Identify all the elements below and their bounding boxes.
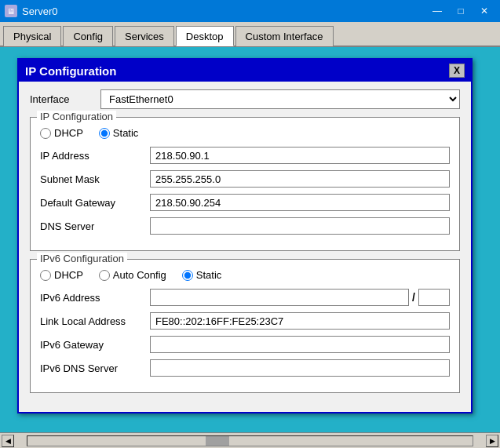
ipv4-radio-group: DHCP Static — [40, 127, 450, 139]
dialog-body: Interface FastEthernet0 IP Configuration… — [19, 82, 471, 412]
window-title: Server0 — [22, 5, 58, 17]
scroll-right-button[interactable]: ▶ — [486, 435, 498, 447]
tab-custom-interface[interactable]: Custom Interface — [235, 26, 334, 46]
dialog-title: IP Configuration — [25, 64, 116, 78]
ipv4-dhcp-label: DHCP — [54, 127, 83, 139]
ipv6-address-row: IPv6 Address / — [40, 289, 450, 306]
ipv6-address-input[interactable] — [150, 289, 409, 306]
ipv4-dhcp-option[interactable]: DHCP — [40, 127, 83, 139]
ip-config-dialog: IP Configuration X Interface FastEtherne… — [17, 58, 473, 413]
ipv6-section-label: IPv6 Configuration — [37, 253, 127, 264]
tab-desktop[interactable]: Desktop — [176, 26, 234, 46]
ipv6-auto-option[interactable]: Auto Config — [99, 269, 166, 281]
ipv4-static-label: Static — [113, 127, 139, 139]
ipv6-dhcp-radio[interactable] — [40, 270, 51, 281]
hscroll-thumb[interactable] — [206, 436, 229, 446]
ipv6-slash: / — [412, 291, 415, 304]
ipv6-gateway-input[interactable] — [150, 336, 450, 353]
title-bar-left: 🖥 Server0 — [5, 5, 58, 17]
ipv6-dns-row: IPv6 DNS Server — [40, 359, 450, 377]
ipv6-dhcp-label: DHCP — [54, 269, 83, 281]
ipv6-dns-input[interactable] — [150, 359, 450, 377]
ip-address-label: IP Address — [40, 150, 142, 162]
subnet-mask-input[interactable] — [150, 170, 450, 188]
window-icon: 🖥 — [5, 5, 17, 17]
ipv6-auto-label: Auto Config — [113, 269, 166, 281]
ipv6-address-label: IPv6 Address — [40, 292, 142, 304]
ipv6-address-field-group: / — [150, 289, 450, 306]
ipv6-static-label: Static — [196, 269, 222, 281]
ipv4-static-radio[interactable] — [99, 128, 110, 139]
tab-services[interactable]: Services — [115, 26, 174, 46]
scroll-left-button[interactable]: ◀ — [2, 435, 14, 447]
ipv4-config-section: IP Configuration DHCP Static IP Address — [30, 117, 460, 251]
ip-address-input[interactable] — [150, 147, 450, 164]
minimize-button[interactable]: — — [426, 3, 448, 19]
subnet-mask-label: Subnet Mask — [40, 173, 142, 185]
dialog-title-bar: IP Configuration X — [19, 60, 471, 82]
link-local-label: Link Local Address — [40, 315, 142, 327]
default-gateway-row: Default Gateway — [40, 194, 450, 211]
link-local-row: Link Local Address — [40, 312, 450, 330]
interface-label: Interface — [30, 93, 93, 105]
interface-select-wrapper[interactable]: FastEthernet0 — [100, 89, 460, 109]
scrollbar-area: ◀ ▶ — [0, 432, 500, 448]
dns-server-label: DNS Server — [40, 220, 142, 232]
ipv6-config-section: IPv6 Configuration DHCP Auto Config Stat… — [30, 259, 460, 393]
maximize-button[interactable]: □ — [450, 3, 472, 19]
ipv4-section-label: IP Configuration — [37, 111, 116, 122]
subnet-mask-row: Subnet Mask — [40, 170, 450, 188]
default-gateway-input[interactable] — [150, 194, 450, 211]
dns-server-input[interactable] — [150, 217, 450, 235]
ipv6-prefix-input[interactable] — [418, 289, 450, 306]
ipv6-dns-label: IPv6 DNS Server — [40, 362, 142, 374]
ipv6-gateway-row: IPv6 Gateway — [40, 336, 450, 353]
title-bar: 🖥 Server0 — □ ✕ — [0, 0, 500, 22]
ipv4-dhcp-radio[interactable] — [40, 128, 51, 139]
link-local-input[interactable] — [150, 312, 450, 330]
ipv6-auto-radio[interactable] — [99, 270, 110, 281]
hscroll-track — [27, 435, 473, 446]
dns-server-row: DNS Server — [40, 217, 450, 235]
dialog-close-button[interactable]: X — [449, 64, 465, 78]
title-bar-controls: — □ ✕ — [426, 3, 495, 19]
tab-physical[interactable]: Physical — [3, 26, 61, 46]
window-close-button[interactable]: ✕ — [473, 3, 495, 19]
tab-bar: Physical Config Services Desktop Custom … — [0, 22, 500, 47]
interface-row: Interface FastEthernet0 — [30, 89, 460, 109]
ipv6-static-radio[interactable] — [182, 270, 193, 281]
ipv6-radio-group: DHCP Auto Config Static — [40, 269, 450, 281]
interface-select[interactable]: FastEthernet0 — [100, 89, 460, 109]
default-gateway-label: Default Gateway — [40, 197, 142, 209]
ipv6-gateway-label: IPv6 Gateway — [40, 339, 142, 351]
ip-address-row: IP Address — [40, 147, 450, 164]
main-content: IP Configuration X Interface FastEtherne… — [0, 47, 500, 432]
tab-config[interactable]: Config — [63, 26, 113, 46]
ipv4-static-option[interactable]: Static — [99, 127, 139, 139]
ipv6-static-option[interactable]: Static — [182, 269, 222, 281]
ipv6-dhcp-option[interactable]: DHCP — [40, 269, 83, 281]
